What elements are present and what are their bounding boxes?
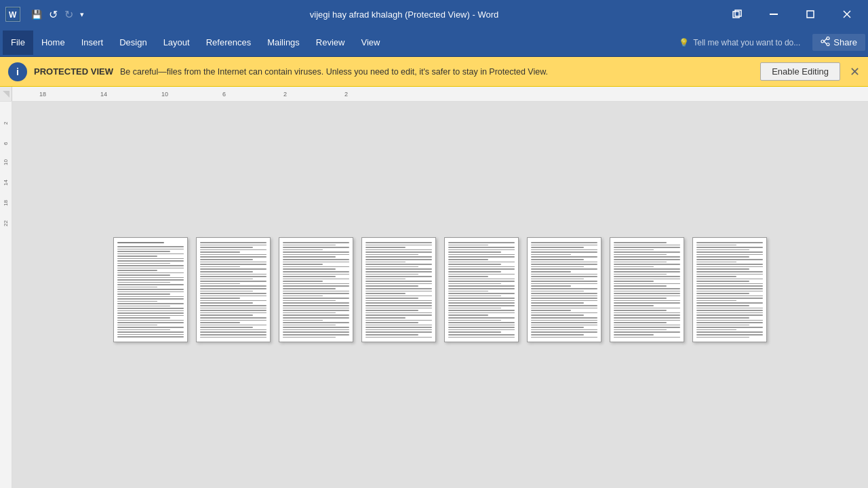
share-icon	[821, 37, 830, 48]
share-label: Share	[833, 37, 857, 47]
titlebar-left: W 💾 ↺ ↻ ▾	[5, 7, 87, 22]
page-thumbnail-1	[113, 237, 188, 342]
ruler-num-6: 6	[222, 91, 226, 98]
document-view	[12, 102, 868, 488]
page-thumbnail-7	[610, 237, 684, 342]
enable-editing-button[interactable]: Enable Editing	[760, 62, 840, 81]
lightbulb-icon: 💡	[679, 38, 689, 47]
svg-rect-5	[807, 11, 814, 18]
menu-layout[interactable]: Layout	[155, 30, 198, 55]
svg-marker-13	[3, 91, 9, 98]
ruler-numbers: 18 14 10 6 2 2	[12, 87, 868, 101]
maximize-button[interactable]	[795, 4, 826, 24]
ruler-num-10: 10	[161, 91, 168, 98]
svg-point-8	[827, 37, 829, 40]
page-thumbnail-3	[279, 237, 353, 342]
ruler-num-18: 18	[39, 91, 46, 98]
menu-mailings[interactable]: Mailings	[259, 30, 308, 55]
pages-row	[113, 237, 767, 342]
customize-button[interactable]: ▾	[77, 9, 87, 20]
protected-view-message: Be careful—files from the Internet can c…	[120, 67, 753, 77]
svg-line-11	[824, 39, 827, 41]
svg-text:W: W	[9, 10, 17, 20]
undo-redo-group: 💾 ↺ ↻ ▾	[28, 7, 87, 22]
ruler-corner	[0, 87, 12, 101]
titlebar: W 💾 ↺ ↻ ▾ vijegi hay afrad khalagh (Prot…	[0, 0, 868, 28]
undo-button[interactable]: ↺	[46, 7, 60, 22]
svg-rect-4	[770, 14, 778, 15]
v-ruler-14: 14	[3, 165, 9, 186]
menu-references[interactable]: References	[198, 30, 259, 55]
search-bar[interactable]: 💡 Tell me what you want to do...	[672, 35, 807, 50]
word-logo[interactable]: W	[5, 7, 20, 22]
v-ruler-18: 18	[3, 186, 9, 206]
redo-button[interactable]: ↻	[62, 7, 76, 22]
protected-view-icon: i	[8, 62, 27, 81]
page-thumbnail-8	[692, 237, 767, 342]
page-thumbnail-4	[361, 237, 436, 342]
horizontal-ruler: 18 14 10 6 2 2	[0, 87, 868, 102]
menu-file[interactable]: File	[3, 30, 33, 55]
share-button[interactable]: Share	[812, 34, 865, 51]
protected-view-bar: i PROTECTED VIEW Be careful—files from t…	[0, 57, 868, 87]
search-placeholder: Tell me what you want to do...	[693, 38, 800, 47]
menu-home[interactable]: Home	[33, 30, 73, 55]
menubar: File Home Insert Design Layout Reference…	[0, 28, 868, 57]
close-bar-button[interactable]: ✕	[850, 64, 860, 79]
ruler-num-2: 2	[283, 91, 287, 98]
save-button[interactable]: 💾	[28, 8, 45, 21]
menu-design[interactable]: Design	[111, 30, 155, 55]
content-area: 2 6 10 14 18 22	[0, 102, 868, 488]
vertical-ruler: 2 6 10 14 18 22	[0, 102, 12, 488]
svg-point-9	[827, 43, 829, 46]
ruler-num-14: 14	[100, 91, 107, 98]
v-ruler-2: 2	[3, 104, 9, 125]
ruler-num-2b: 2	[344, 91, 348, 98]
v-ruler-22: 22	[3, 206, 9, 226]
minimize-button[interactable]	[758, 4, 789, 24]
svg-line-12	[824, 41, 827, 44]
page-thumbnail-5	[444, 237, 519, 342]
document-title: vijegi hay afrad khalagh (Protected View…	[87, 9, 722, 20]
v-ruler-10: 10	[3, 145, 9, 165]
titlebar-controls	[722, 4, 863, 24]
page-thumbnail-2	[196, 237, 271, 342]
close-button[interactable]	[831, 4, 863, 24]
menu-view[interactable]: View	[353, 30, 388, 55]
restore-window-button[interactable]	[722, 4, 753, 24]
menu-insert[interactable]: Insert	[73, 30, 112, 55]
menu-review[interactable]: Review	[308, 30, 353, 55]
svg-point-10	[821, 40, 824, 43]
protected-view-title: PROTECTED VIEW	[34, 66, 113, 77]
v-ruler-6: 6	[3, 125, 9, 145]
page-thumbnail-6	[527, 237, 601, 342]
